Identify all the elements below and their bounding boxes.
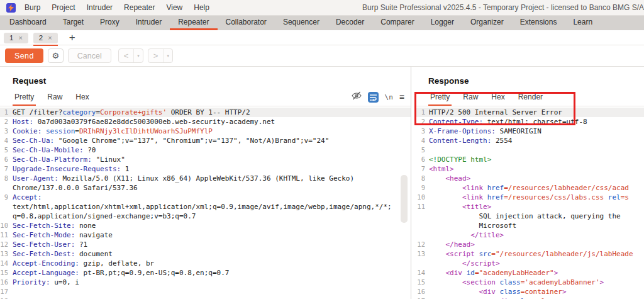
tab-dashboard[interactable]: Dashboard [1,16,55,30]
request-scrollbar-thumb[interactable] [401,175,408,223]
tab-learn[interactable]: Learn [565,16,601,30]
code-line: Sec-Fetch-Dest: document [13,249,113,259]
line-number: 17 [0,287,8,296]
code-row: 10 <link href=/resources/css/labs.css re… [414,193,644,202]
code-row: text/html,application/xhtml+xml,applicat… [0,202,411,212]
code-row: 8 <head> [414,174,644,183]
menu-view[interactable]: View [160,3,188,12]
code-line: X-Frame-Options: SAMEORIGIN [429,127,541,136]
code-line: SQL injection attack, querying the [429,212,621,221]
code-row: 15 <section class='academyLabBanner'> [414,278,644,287]
menu-project[interactable]: Project [46,3,80,12]
repeater-tab-2[interactable]: 2× [33,33,58,43]
close-icon[interactable]: × [48,35,52,42]
tab-target[interactable]: Target [55,16,92,30]
code-line: Host: 0a7d003a0379f6ae82e8ddc5003000eb.w… [13,117,275,127]
tab-comparer[interactable]: Comparer [372,16,422,30]
line-number [414,259,425,268]
line-number: 14 [0,259,8,268]
menu-intruder[interactable]: Intruder [81,3,118,12]
tab-intruder[interactable]: Intruder [128,16,170,30]
code-line: Content-Type: text/html; charset=utf-8 [429,117,587,127]
repeater-toolbar: Send ⚙ Cancel < ▾ > ▾ [0,45,644,67]
add-tab-button[interactable]: + [67,31,78,44]
response-editor[interactable]: 1HTTP/2 500 Internal Server Error2Conten… [414,106,644,299]
history-forward-button[interactable]: > ▾ [148,48,173,63]
code-row: 10Sec-Fetch-Site: none [0,221,411,230]
code-row: 5Sec-Ch-Ua-Mobile: ?0 [0,145,411,155]
tab-proxy[interactable]: Proxy [92,16,128,30]
code-row: SQL injection attack, querying the [414,212,644,221]
repeater-tab-bar: 1×2× + [0,30,644,45]
line-number [0,212,8,221]
chevron-down-icon[interactable]: ▾ [163,49,172,62]
request-tab-raw[interactable]: Raw [45,93,64,106]
response-tab-render[interactable]: Render [516,93,545,106]
cancel-button[interactable]: Cancel [68,48,111,63]
code-row: </script> [414,259,644,268]
history-back-button[interactable]: < ▾ [118,48,143,63]
code-line: Microsoft [429,221,516,230]
line-number: 15 [0,268,8,278]
code-row: 18 [0,296,411,299]
tab-organizer[interactable]: Organizer [462,16,512,30]
response-tab-hex[interactable]: Hex [489,93,506,106]
code-line: <!DOCTYPE html> [429,155,491,164]
line-number: 3 [414,127,425,136]
code-row: 4Sec-Ch-Ua: "Google Chrome";v="137", "Ch… [0,136,411,145]
menu-help[interactable]: Help [188,3,215,12]
line-number [414,212,425,221]
code-line: GET /filter?category=Corporate+gifts' OR… [13,108,250,117]
response-tab-raw[interactable]: Raw [461,93,480,106]
nonprintable-chars-icon[interactable]: \n [385,93,393,101]
line-number: 16 [414,287,425,296]
code-line: Accept: [13,193,42,202]
code-row: </title> [414,230,644,240]
editor-menu-icon[interactable]: ≡ [399,93,404,101]
line-number: 8 [0,174,8,183]
tab-logger[interactable]: Logger [423,16,462,30]
tab-collaborator[interactable]: Collaborator [218,16,275,30]
code-row: 16 <div class=container> [414,287,644,296]
line-number: 12 [414,240,425,249]
chevron-left-icon: < [119,49,134,62]
code-row: 14 <div id="academyLabHeader"> [414,268,644,278]
code-row: 15Accept-Language: pt-BR,pt;q=0.9,en-US;… [0,268,411,278]
code-row: 12Sec-Fetch-User: ?1 [0,240,411,249]
request-editor[interactable]: 1GET /filter?category=Corporate+gifts' O… [0,106,411,299]
code-line: Sec-Ch-Ua-Mobile: ?0 [13,145,96,155]
request-tab-pretty[interactable]: Pretty [13,93,36,106]
line-number [414,221,425,230]
request-tab-hex[interactable]: Hex [74,93,91,106]
eye-off-icon[interactable] [352,91,362,103]
tab-extensions[interactable]: Extensions [512,16,565,30]
line-number: 11 [0,230,8,240]
close-icon[interactable]: × [18,35,22,42]
chevron-down-icon[interactable]: ▾ [133,49,143,62]
tab-repeater[interactable]: Repeater [170,16,217,30]
tab-sequencer[interactable]: Sequencer [275,16,328,30]
line-number: 9 [0,193,8,202]
code-row: 11 <title> [414,202,644,212]
settings-gear-button[interactable]: ⚙ [48,48,64,63]
line-number: 7 [414,164,425,174]
code-row: q=0.8,application/signed-exchange;v=b3;q… [0,212,411,221]
code-line: Content-Length: 2554 [429,136,512,145]
code-line: Chrome/137.0.0.0 Safari/537.36 [13,183,138,193]
repeater-tab-1[interactable]: 1× [4,33,28,43]
menu-repeater[interactable]: Repeater [118,3,160,12]
code-line: <html> [429,164,454,174]
response-tab-pretty[interactable]: Pretty [428,93,452,106]
line-number: 1 [0,108,8,117]
code-row: 2Host: 0a7d003a0379f6ae82e8ddc5003000eb.… [0,117,411,127]
line-number: 5 [0,145,8,155]
menu-burp[interactable]: Burp [19,3,46,12]
line-number: 2 [0,117,8,127]
line-number: 11 [414,202,425,212]
code-line: <head> [429,174,470,183]
send-button[interactable]: Send [5,48,43,63]
line-number: 10 [0,221,8,230]
line-number: 4 [414,136,425,145]
word-wrap-icon[interactable] [368,92,379,103]
tab-decoder[interactable]: Decoder [328,16,372,30]
